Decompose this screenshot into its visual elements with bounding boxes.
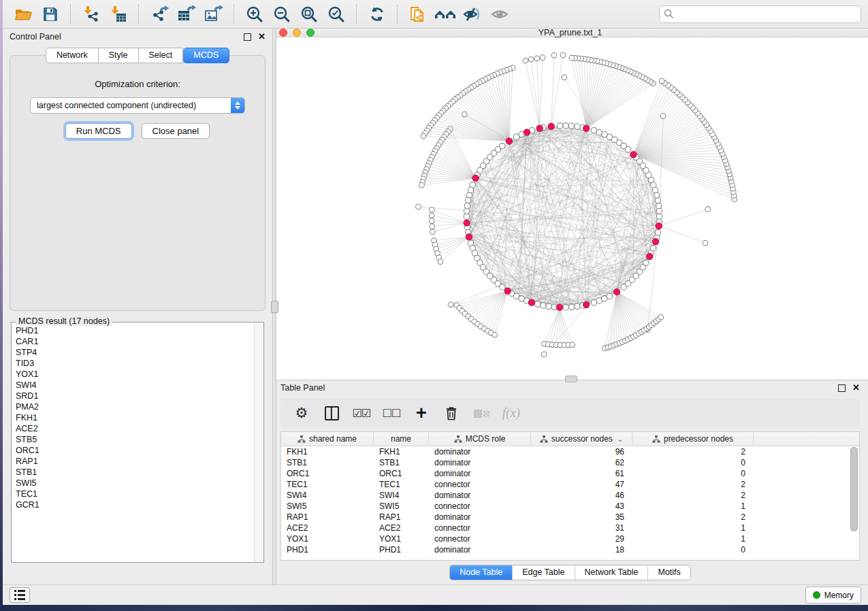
zoom-out-button[interactable] <box>270 3 293 25</box>
column-header-successor-nodes[interactable]: successor nodes⌄ <box>531 432 632 446</box>
export-image-button[interactable] <box>202 3 225 25</box>
open-session-button[interactable] <box>12 3 35 25</box>
tab-network-table[interactable]: Network Table <box>575 565 648 580</box>
mcds-result-item[interactable]: TID3 <box>16 358 254 369</box>
cell-name: SWI5 <box>374 501 429 511</box>
mcds-result-title: MCDS result (17 nodes) <box>16 316 112 326</box>
table-row[interactable]: SWI4SWI4dominator462 <box>281 490 859 501</box>
export-table-button[interactable] <box>175 3 198 25</box>
table-row[interactable]: TEC1TEC1connector472 <box>281 479 859 490</box>
network-window-title: YPA_prune.txt_1 <box>272 28 868 37</box>
vertical-splitter[interactable] <box>272 29 276 584</box>
table-row[interactable]: RAP1RAP1dominator352 <box>281 512 859 523</box>
mcds-result-item[interactable]: FKH1 <box>16 412 254 423</box>
cell-name: RAP1 <box>374 512 429 522</box>
select-all-button[interactable]: ☑☑ <box>351 401 372 425</box>
mcds-result-item[interactable]: SWI4 <box>16 380 254 391</box>
cell-name: SWI4 <box>374 491 429 500</box>
eye-slash-icon <box>462 6 483 22</box>
mcds-result-item[interactable]: PMA2 <box>16 401 254 412</box>
search-field[interactable] <box>659 5 861 23</box>
import-table-button[interactable] <box>107 3 130 25</box>
mcds-result-item[interactable]: GCR1 <box>16 499 254 510</box>
search-input[interactable] <box>674 9 856 20</box>
delete-column-button[interactable] <box>441 401 462 425</box>
mcds-result-item[interactable]: STB5 <box>16 434 254 445</box>
refresh-layout-button[interactable] <box>366 3 389 25</box>
mcds-result-item[interactable]: STB1 <box>16 467 254 478</box>
table-row[interactable]: YOX1YOX1connector291 <box>281 533 859 544</box>
task-history-button[interactable] <box>10 587 30 603</box>
mcds-result-item[interactable]: YOX1 <box>16 369 254 380</box>
table-toolbar: ⚙ ☑☑ ☐☐ + ▦⦻ f(x) <box>280 399 860 427</box>
cell-name: PHD1 <box>374 545 429 555</box>
deselect-all-button[interactable]: ☐☐ <box>381 401 402 425</box>
tab-network[interactable]: Network <box>46 48 99 63</box>
memory-button[interactable]: Memory <box>805 587 861 604</box>
mcds-result-item[interactable]: TEC1 <box>16 489 254 499</box>
column-header-predecessor-nodes[interactable]: predecessor nodes <box>632 432 754 446</box>
mcds-result-item[interactable]: STP4 <box>16 347 254 358</box>
zoom-selected-button[interactable] <box>325 3 348 25</box>
mcds-result-item[interactable]: PHD1 <box>16 325 254 336</box>
network-graph[interactable] <box>272 37 868 380</box>
tab-select[interactable]: Select <box>139 48 184 63</box>
zoom-in-button[interactable] <box>243 3 266 25</box>
mcds-list-scrollbar[interactable] <box>254 323 263 561</box>
horizontal-splitter-handle[interactable] <box>565 376 577 382</box>
save-session-button[interactable] <box>39 3 62 25</box>
import-network-button[interactable] <box>80 3 103 25</box>
column-header-name[interactable]: name <box>374 432 429 446</box>
column-header-MCDS-role[interactable]: MCDS role <box>429 432 531 446</box>
add-column-button[interactable]: + <box>411 401 432 425</box>
close-panel-icon[interactable]: ✕ <box>258 33 266 40</box>
tab-node-table[interactable]: Node Table <box>450 565 512 580</box>
clone-network-button[interactable] <box>406 3 430 25</box>
tab-mcds[interactable]: MCDS <box>183 48 229 63</box>
cell-MCDS-role: dominator <box>429 447 531 457</box>
column-header-shared-name[interactable]: shared name <box>281 432 374 446</box>
table-scrollbar[interactable] <box>851 447 858 559</box>
table-scrollbar-thumb[interactable] <box>850 447 858 531</box>
cell-shared-name: YOX1 <box>281 534 374 544</box>
mcds-result-item[interactable]: SWI5 <box>16 478 254 489</box>
mcds-result-list[interactable]: PHD1CAR1STP4TID3YOX1SWI4SRD1PMA2FKH1ACE2… <box>16 325 254 561</box>
first-neighbors-button[interactable] <box>434 3 457 25</box>
export-network-button[interactable] <box>148 3 171 25</box>
tab-edge-table[interactable]: Edge Table <box>512 565 574 580</box>
table-row[interactable]: ACE2ACE2connector311 <box>281 523 859 533</box>
table-row[interactable]: SWI5SWI5connector431 <box>281 501 859 512</box>
close-panel-button[interactable]: Close panel <box>142 123 210 139</box>
float-table-panel-icon[interactable] <box>838 384 846 392</box>
mcds-result-item[interactable]: ACE2 <box>16 423 254 434</box>
table-panel: Table Panel ✕ ⚙ ☑☑ ☐☐ + <box>272 380 868 584</box>
run-mcds-button[interactable]: Run MCDS <box>65 123 132 139</box>
cell-shared-name: SWI4 <box>281 491 374 500</box>
table-row[interactable]: STB1STB1dominator620 <box>281 457 859 468</box>
table-row[interactable]: FKH1FKH1dominator962 <box>281 446 859 457</box>
cell-predecessor-nodes: 2 <box>632 512 754 522</box>
tab-style[interactable]: Style <box>99 48 139 63</box>
vertical-splitter-handle[interactable] <box>271 301 278 313</box>
show-columns-button[interactable] <box>321 401 342 425</box>
zoom-fit-button[interactable] <box>298 3 321 25</box>
float-panel-icon[interactable] <box>244 33 251 41</box>
mcds-result-item[interactable]: CAR1 <box>16 336 254 347</box>
network-canvas[interactable] <box>272 37 868 380</box>
table-settings-button[interactable]: ⚙ <box>291 401 312 425</box>
tab-motifs[interactable]: Motifs <box>647 565 690 580</box>
table-row[interactable]: ORC1ORC1dominator610 <box>281 468 859 479</box>
show-all-button[interactable] <box>488 3 511 25</box>
cell-name: FKH1 <box>374 447 429 457</box>
search-icon <box>664 9 674 19</box>
table-row[interactable]: PHD1PHD1dominator180 <box>281 544 859 555</box>
cell-successor-nodes: 62 <box>531 458 632 467</box>
close-table-panel-icon[interactable]: ✕ <box>852 384 860 391</box>
mcds-result-item[interactable]: RAP1 <box>16 456 254 467</box>
mcds-result-item[interactable]: SRD1 <box>16 391 254 401</box>
optimization-criterion-select[interactable]: largest connected component (undirected) <box>30 97 245 114</box>
memory-status-icon <box>813 591 820 599</box>
cell-MCDS-role: dominator <box>429 469 531 478</box>
hide-selected-button[interactable] <box>461 3 484 25</box>
mcds-result-item[interactable]: ORC1 <box>16 445 254 456</box>
